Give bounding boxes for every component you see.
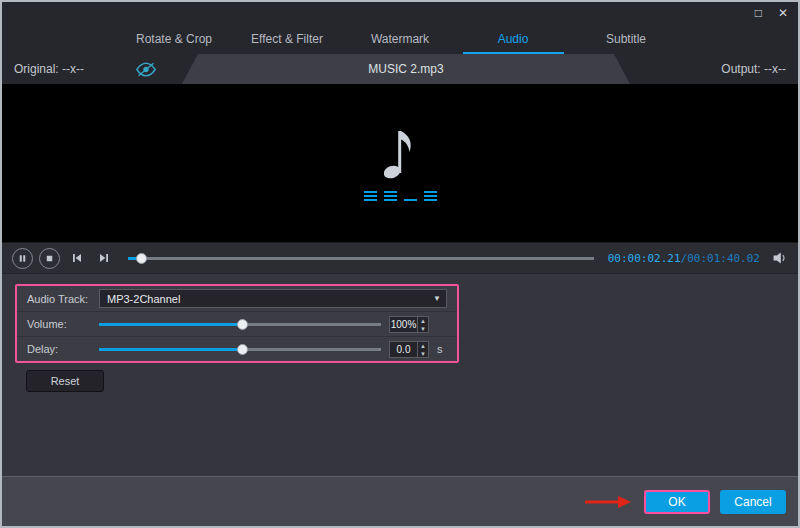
original-section: Original: --x-- <box>14 54 156 84</box>
close-button[interactable]: ✕ <box>778 7 788 19</box>
volume-input[interactable]: 100% ▲ ▼ <box>389 316 429 333</box>
time-current: 00:00:02.21 <box>608 252 681 265</box>
delay-slider[interactable] <box>99 342 381 356</box>
volume-slider[interactable] <box>99 317 381 331</box>
progress-track[interactable] <box>128 257 594 260</box>
original-label: Original: --x-- <box>14 62 84 76</box>
volume-stepper: ▲ ▼ <box>417 317 428 332</box>
arrow-head <box>618 496 631 508</box>
speaker-icon[interactable] <box>772 251 788 265</box>
next-frame-button[interactable] <box>93 248 114 269</box>
stop-button[interactable] <box>39 248 60 269</box>
preview-header: MUSIC 2.mp3 Original: --x-- Output: --x-… <box>2 54 798 84</box>
file-name: MUSIC 2.mp3 <box>368 62 443 76</box>
tab-audio[interactable]: Audio <box>457 24 570 54</box>
time-display: 00:00:02.21/00:01:40.02 <box>608 252 760 265</box>
player-bar: 00:00:02.21/00:01:40.02 <box>2 242 798 273</box>
pause-button[interactable] <box>12 248 33 269</box>
volume-label: Volume: <box>27 318 91 330</box>
delay-unit: s <box>437 343 447 355</box>
app-window: □ ✕ Rotate & Crop Effect & Filter Waterm… <box>0 0 800 528</box>
bottom-bar: OK Cancel <box>2 476 798 526</box>
equalizer-bar-group <box>424 191 437 201</box>
equalizer-bar-group <box>364 191 377 201</box>
equalizer-icon <box>364 189 437 201</box>
volume-slider-handle[interactable] <box>237 319 248 330</box>
maximize-button[interactable]: □ <box>755 7 762 19</box>
prev-frame-button[interactable] <box>66 248 87 269</box>
tab-effect-filter[interactable]: Effect & Filter <box>231 24 344 54</box>
tab-subtitle[interactable]: Subtitle <box>570 24 683 54</box>
delay-slider-fill <box>99 348 243 351</box>
time-total: 00:01:40.02 <box>687 252 760 265</box>
delay-stepper-up[interactable]: ▲ <box>418 342 428 350</box>
progress-handle[interactable] <box>136 253 147 264</box>
delay-label: Delay: <box>27 343 91 355</box>
volume-stepper-up[interactable]: ▲ <box>418 317 428 325</box>
audio-settings-panel: Audio Track: MP3-2Channel ▼ Volume: 100% <box>15 284 459 363</box>
ok-button[interactable]: OK <box>644 490 710 514</box>
audio-track-label: Audio Track: <box>27 293 91 305</box>
titlebar: □ ✕ <box>2 2 798 24</box>
equalizer-bar-group <box>404 199 417 201</box>
equalizer-bar-group <box>384 191 397 201</box>
preview-area <box>2 84 798 242</box>
progress-slider[interactable] <box>128 251 594 265</box>
tab-watermark[interactable]: Watermark <box>344 24 457 54</box>
settings-zone: Audio Track: MP3-2Channel ▼ Volume: 100% <box>2 273 798 476</box>
output-section: Output: --x-- <box>721 54 786 84</box>
tab-rotate-crop[interactable]: Rotate & Crop <box>118 24 231 54</box>
delay-row: Delay: 0.0 ▲ ▼ s <box>17 336 457 361</box>
audio-track-row: Audio Track: MP3-2Channel ▼ <box>17 286 457 311</box>
filename-banner: MUSIC 2.mp3 <box>182 54 630 84</box>
audio-track-value: MP3-2Channel <box>107 293 430 305</box>
volume-row: Volume: 100% ▲ ▼ <box>17 311 457 336</box>
audio-track-select[interactable]: MP3-2Channel ▼ <box>99 289 447 308</box>
music-note-icon <box>380 125 420 181</box>
tab-bar: Rotate & Crop Effect & Filter Watermark … <box>2 24 798 54</box>
output-label: Output: --x-- <box>721 62 786 76</box>
delay-input[interactable]: 0.0 ▲ ▼ <box>389 341 429 358</box>
volume-slider-fill <box>99 323 243 326</box>
delay-stepper-down[interactable]: ▼ <box>418 350 428 358</box>
pointer-arrow-annotation <box>584 495 632 509</box>
chevron-down-icon: ▼ <box>430 294 444 303</box>
reset-button[interactable]: Reset <box>26 370 104 392</box>
delay-value: 0.0 <box>390 342 417 357</box>
volume-stepper-down[interactable]: ▼ <box>418 325 428 333</box>
delay-slider-handle[interactable] <box>237 344 248 355</box>
cancel-button[interactable]: Cancel <box>720 490 786 514</box>
delay-stepper: ▲ ▼ <box>417 342 428 357</box>
volume-value: 100% <box>390 317 417 332</box>
eye-off-icon[interactable] <box>136 62 156 77</box>
